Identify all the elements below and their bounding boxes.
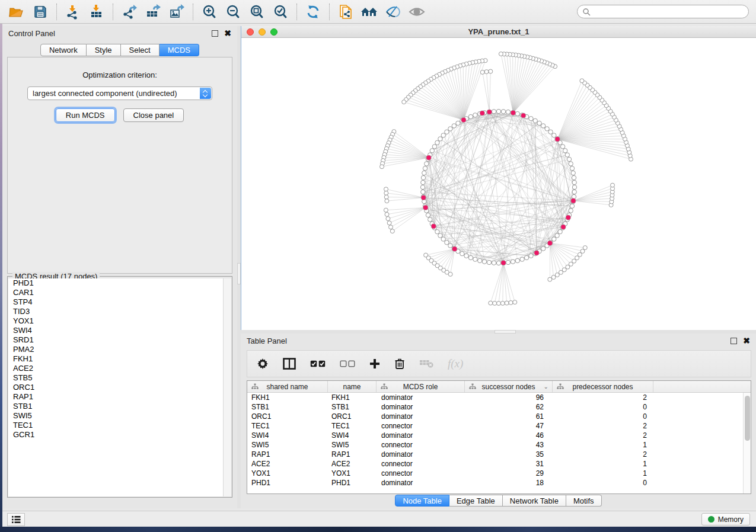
- table-row[interactable]: YOX1 YOX1 connector 29 1: [247, 469, 743, 478]
- cell-predecessor-nodes[interactable]: 2: [553, 450, 653, 459]
- cell-predecessor-nodes[interactable]: 1: [553, 441, 653, 449]
- mcds-result-item[interactable]: PHD1: [8, 278, 223, 288]
- split-columns-icon[interactable]: [283, 358, 296, 370]
- run-mcds-button[interactable]: Run MCDS: [56, 108, 115, 122]
- cell-successor-nodes[interactable]: 47: [465, 422, 553, 430]
- cell-predecessor-nodes[interactable]: 1: [553, 469, 653, 477]
- close-panel-button[interactable]: Close panel: [123, 108, 184, 122]
- cell-shared-name[interactable]: TEC1: [247, 422, 328, 430]
- export-image-icon[interactable]: [165, 2, 189, 22]
- mcds-result-item[interactable]: PMA2: [8, 345, 223, 354]
- cell-name[interactable]: SWI5: [328, 441, 377, 449]
- tab-edge-table[interactable]: Edge Table: [449, 495, 503, 507]
- cell-successor-nodes[interactable]: 29: [465, 469, 553, 477]
- cell-name[interactable]: TEC1: [328, 422, 377, 430]
- table-scrollbar-thumb[interactable]: [745, 396, 750, 441]
- cell-mcds-role[interactable]: dominator: [377, 479, 465, 487]
- network-window-titlebar[interactable]: YPA_prune.txt_1: [241, 26, 756, 38]
- splitter-grip[interactable]: [237, 263, 241, 284]
- apply-preferred-layout-icon[interactable]: [301, 2, 325, 22]
- cell-successor-nodes[interactable]: 46: [465, 431, 553, 440]
- search-box[interactable]: [577, 5, 749, 18]
- cell-name[interactable]: YOX1: [328, 469, 377, 477]
- cell-predecessor-nodes[interactable]: 0: [553, 403, 653, 411]
- hide-graphics-details-icon[interactable]: [381, 2, 405, 22]
- close-panel-icon[interactable]: ✖: [743, 338, 750, 344]
- mcds-result-item[interactable]: TEC1: [8, 421, 223, 430]
- table-row[interactable]: TEC1 TEC1 connector 47 2: [247, 421, 743, 431]
- tab-mcds[interactable]: MCDS: [160, 44, 199, 56]
- table-row[interactable]: FKH1 FKH1 dominator 96 2: [247, 393, 743, 402]
- mcds-result-item[interactable]: GCR1: [8, 430, 223, 440]
- cell-shared-name[interactable]: STB1: [247, 403, 328, 411]
- cell-shared-name[interactable]: PHD1: [247, 479, 328, 487]
- cell-successor-nodes[interactable]: 35: [465, 450, 553, 459]
- mcds-result-item[interactable]: SWI4: [8, 326, 223, 335]
- tab-node-table[interactable]: Node Table: [395, 495, 449, 507]
- cell-mcds-role[interactable]: dominator: [377, 412, 465, 421]
- cell-name[interactable]: SWI4: [328, 431, 377, 440]
- show-task-history-button[interactable]: [7, 513, 25, 526]
- cell-mcds-role[interactable]: connector: [377, 441, 465, 449]
- mcds-result-item[interactable]: FKH1: [8, 354, 223, 364]
- tab-motifs[interactable]: Motifs: [566, 495, 602, 507]
- unselect-all-columns-icon[interactable]: [340, 360, 355, 367]
- mcds-result-item[interactable]: STB1: [8, 402, 223, 411]
- table-settings-gear-icon[interactable]: [257, 358, 269, 370]
- tab-style[interactable]: Style: [87, 44, 121, 56]
- mcds-result-item[interactable]: RAP1: [8, 392, 223, 402]
- cell-shared-name[interactable]: YOX1: [247, 469, 328, 477]
- cell-name[interactable]: ORC1: [328, 412, 377, 421]
- cell-mcds-role[interactable]: connector: [377, 460, 465, 468]
- mcds-result-item[interactable]: STB5: [8, 373, 223, 383]
- delete-columns-trash-icon[interactable]: [394, 358, 405, 370]
- mcds-result-item[interactable]: CAR1: [8, 288, 223, 297]
- export-table-icon[interactable]: [141, 2, 165, 22]
- mcds-result-list[interactable]: PHD1CAR1STP4TID3YOX1SWI4SRD1PMA2FKH1ACE2…: [8, 278, 224, 496]
- cell-shared-name[interactable]: SWI5: [247, 441, 328, 449]
- mcds-result-item[interactable]: SWI5: [8, 411, 223, 421]
- sort-chevron-icon[interactable]: ⌄: [544, 383, 548, 390]
- mcds-list-scrollbar[interactable]: [224, 278, 231, 496]
- import-network-icon[interactable]: [61, 2, 85, 22]
- cell-predecessor-nodes[interactable]: 0: [553, 479, 653, 487]
- mcds-result-item[interactable]: SRD1: [8, 335, 223, 345]
- cell-successor-nodes[interactable]: 62: [465, 403, 553, 411]
- tab-network[interactable]: Network: [40, 44, 87, 56]
- zoom-out-icon[interactable]: [221, 2, 245, 22]
- cell-mcds-role[interactable]: connector: [377, 422, 465, 430]
- search-input[interactable]: [591, 8, 748, 16]
- close-panel-icon[interactable]: ✖: [224, 30, 231, 37]
- cell-mcds-role[interactable]: dominator: [377, 450, 465, 459]
- vertical-splitter[interactable]: [237, 26, 241, 508]
- mcds-result-item[interactable]: ORC1: [8, 383, 223, 392]
- mcds-result-item[interactable]: STP4: [8, 297, 223, 307]
- cell-shared-name[interactable]: SWI4: [247, 431, 328, 440]
- tab-network-table[interactable]: Network Table: [503, 495, 566, 507]
- splitter-grip[interactable]: [495, 330, 516, 334]
- cell-successor-nodes[interactable]: 61: [465, 412, 553, 421]
- column-header-successor-nodes[interactable]: successor nodes ⌄: [465, 381, 553, 392]
- open-session-icon[interactable]: [5, 2, 28, 22]
- cell-predecessor-nodes[interactable]: 2: [553, 393, 653, 402]
- table-row[interactable]: ACE2 ACE2 connector 31 1: [247, 459, 743, 469]
- clone-network-icon[interactable]: [334, 2, 358, 22]
- cell-name[interactable]: RAP1: [328, 450, 377, 459]
- mcds-result-item[interactable]: YOX1: [8, 316, 223, 326]
- cell-predecessor-nodes[interactable]: 2: [553, 422, 653, 430]
- cell-successor-nodes[interactable]: 96: [465, 393, 553, 402]
- table-row[interactable]: SWI5 SWI5 connector 43 1: [247, 440, 743, 450]
- export-network-icon[interactable]: [117, 2, 141, 22]
- column-header-shared-name[interactable]: shared name: [247, 381, 328, 392]
- cell-mcds-role[interactable]: dominator: [377, 393, 465, 402]
- zoom-in-icon[interactable]: [197, 2, 221, 22]
- memory-status-button[interactable]: Memory: [701, 513, 750, 525]
- cell-shared-name[interactable]: RAP1: [247, 450, 328, 459]
- select-all-columns-icon[interactable]: [310, 360, 326, 367]
- table-row[interactable]: SWI4 SWI4 dominator 46 2: [247, 431, 743, 440]
- float-panel-icon[interactable]: [212, 30, 218, 37]
- cell-successor-nodes[interactable]: 31: [465, 460, 553, 468]
- cell-name[interactable]: STB1: [328, 403, 377, 411]
- cell-successor-nodes[interactable]: 18: [465, 479, 553, 487]
- save-session-icon[interactable]: [28, 2, 52, 22]
